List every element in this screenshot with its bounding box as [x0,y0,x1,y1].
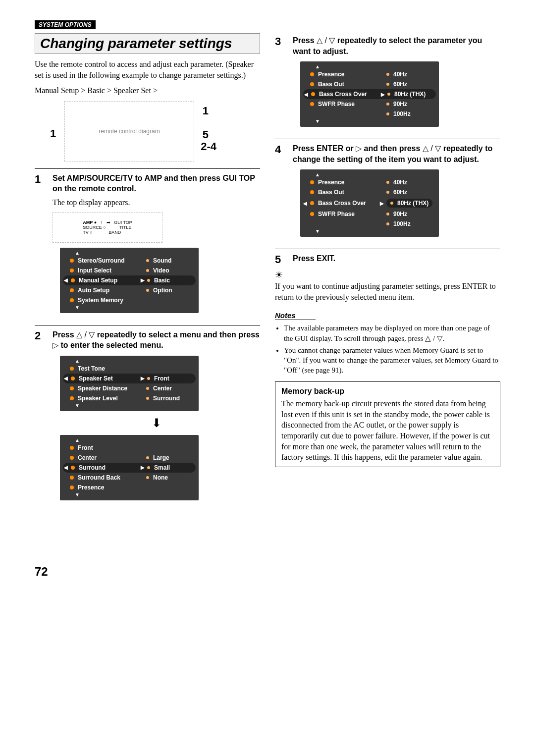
note-item: You cannot change parameter values when … [284,345,500,376]
tip-text: ☀ If you want to continue adjusting para… [275,269,500,302]
manual-page: SYSTEM OPTIONS Changing parameter settin… [0,0,535,598]
menu-item: Test Tone [78,365,137,372]
menu-item: Presence [78,484,137,491]
submenu-item: None [153,474,195,481]
notes-heading: Notes [275,311,316,320]
step-1-instruction: Set AMP/SOURCE/TV to AMP and then press … [53,173,260,194]
menu-item-selected: Bass Cross Over [319,91,378,98]
remote-diagram: remote control diagram 1 1 5 2-4 [64,101,194,162]
section-header: SYSTEM OPTIONS [35,20,96,29]
step-5: 5 Press EXIT. [275,249,500,267]
step-4: 4 Press ENTER or ▷ and then press △ / ▽ … [275,139,500,242]
right-column: 3 Press △ / ▽ repeatedly to select the p… [275,33,500,579]
page-title: Changing parameter settings [40,36,255,52]
scroll-down-icon: ▼ [60,492,199,497]
callout-1-left: 1 [50,127,56,140]
memory-backup-body: The memory back-up circuit prevents the … [281,398,494,463]
menu-item: Front [78,444,137,451]
menu-item: SWFR Phase [318,211,377,217]
menu-item: Presence [318,179,377,186]
submenu-item: 100Hz [393,220,435,227]
menu-item: Input Select [78,267,137,274]
up-down-icon: △ / ▽ [76,330,95,339]
callout-1-right: 1 [203,105,209,117]
amp-switch-diagram: AMP ● ↑ ➡ GUI TOP SOURCE ○ TITLE TV ○ BA… [53,212,162,243]
gui-bass-menu-2: ▲ Presence40Hz Bass Out60Hz ◀Bass Cross … [300,169,439,237]
scroll-down-icon: ▼ [300,119,439,124]
step-4-instruction: Press ENTER or ▷ and then press △ / ▽ re… [293,143,500,164]
gui-top-menu: ▲ Stereo/SurroundSound Input SelectVideo… [60,248,199,313]
menu-item: Center [78,454,137,461]
left-column: Changing parameter settings Use the remo… [35,33,260,579]
step-2: 2 Press △ / ▽ repeatedly to select a men… [35,325,260,505]
menu-item-selected: Manual Setup [79,277,138,284]
menu-item: Stereo/Surround [78,257,137,264]
submenu-item: Basic [154,277,192,284]
scroll-up-icon: ▲ [60,359,199,364]
menu-item-selected: Surround [79,464,138,471]
menu-item: Bass Out [318,189,377,196]
step-number: 3 [275,35,286,132]
scroll-down-icon: ▼ [60,403,199,408]
menu-item-selected: Speaker Set [79,375,138,382]
gui-bass-menu: ▲ Presence40Hz Bass Out60Hz ◀Bass Cross … [300,61,439,127]
step-3-instruction: Press △ / ▽ repeatedly to select the par… [293,35,500,56]
note-item: The available parameters may be displaye… [284,323,500,343]
submenu-item: 80Hz (THX) [394,91,432,98]
step-number: 5 [275,253,286,267]
submenu-item: 100Hz [393,110,435,117]
menu-item: Auto Setup [78,287,137,294]
submenu-item: Large [153,454,195,461]
step-1: 1 Set AMP/SOURCE/TV to AMP and then pres… [35,168,260,318]
down-arrow-icon: ⬇ [53,416,260,430]
scroll-down-icon: ▼ [60,305,199,310]
page-title-box: Changing parameter settings [35,33,260,54]
scroll-up-icon: ▲ [60,251,199,256]
submenu-item: 90Hz [393,211,435,217]
menu-item: Bass Cross Over [318,200,377,207]
menu-item: System Memory [78,297,137,304]
submenu-item: Center [153,385,195,392]
page-number: 72 [35,565,260,579]
step-number: 2 [35,329,46,505]
right-icon: ▷ [53,341,58,349]
scroll-down-icon: ▼ [300,229,439,234]
memory-backup-box: Memory back-up The memory back-up circui… [275,381,500,467]
step-2-instruction: Press △ / ▽ repeatedly to select a menu … [53,329,260,351]
submenu-item: Surround [153,395,195,402]
submenu-item: Option [153,287,195,294]
gui-speaker-menu: ▲ Test Tone ◀Speaker Set▶Front Speaker D… [60,356,199,411]
submenu-item: 40Hz [393,71,435,78]
menu-item: Speaker Level [78,395,137,402]
submenu-item: Sound [153,257,195,264]
menu-item: Surround Back [78,474,137,481]
callout-5: 5 [203,128,209,141]
up-down-icon: △ / ▽ [423,144,441,153]
submenu-item-selected: 80Hz (THX) [397,200,428,207]
step-1-desc: The top display appears. [53,197,260,208]
step-number: 1 [35,173,46,318]
submenu-item: 90Hz [393,101,435,108]
breadcrumb: Manual Setup > Basic > Speaker Set > [35,85,260,96]
scroll-up-icon: ▲ [300,172,439,177]
step-5-instruction: Press EXIT. [293,253,500,264]
submenu-item: 40Hz [393,179,435,186]
right-icon: ▷ [356,144,362,153]
menu-item: SWFR Phase [318,101,377,108]
menu-item: Bass Out [318,81,377,88]
menu-item: Speaker Distance [78,385,137,392]
notes-list: The available parameters may be displaye… [275,323,500,375]
submenu-item: Front [154,375,192,382]
submenu-item: Video [153,267,195,274]
tip-icon: ☀ [275,270,283,280]
submenu-item: 60Hz [393,189,435,196]
gui-surround-menu: ▲ Front CenterLarge ◀Surround▶Small Surr… [60,435,199,500]
step-number: 4 [275,143,286,242]
menu-item: Presence [318,71,377,78]
scroll-up-icon: ▲ [300,64,439,69]
up-down-icon: △ / ▽ [317,36,335,45]
submenu-item: 60Hz [393,81,435,88]
submenu-item: Small [154,464,192,471]
memory-backup-title: Memory back-up [281,386,494,397]
intro-text: Use the remote control to access and adj… [35,59,260,80]
